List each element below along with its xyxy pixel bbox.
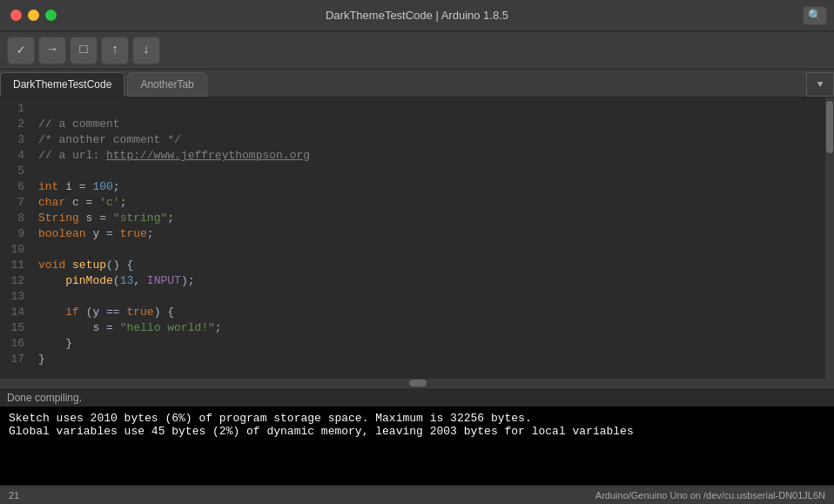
line-num: 12 <box>0 273 24 289</box>
toolbar: ✓ → □ ↑ ↓ <box>0 31 834 70</box>
h-scrollbar-thumb[interactable] <box>409 380 427 386</box>
new-button[interactable]: □ <box>70 37 98 64</box>
line-num: 15 <box>0 320 24 336</box>
code-line: } <box>38 352 818 367</box>
code-line: char c = 'c'; <box>38 195 818 211</box>
code-line: // a comment <box>38 117 818 132</box>
line-num: 4 <box>0 148 24 164</box>
tab-dropdown-button[interactable]: ▼ <box>806 72 834 97</box>
line-num: 13 <box>0 289 24 305</box>
line-num: 2 <box>0 117 24 132</box>
line-num: 10 <box>0 242 24 258</box>
code-line: /* another comment */ <box>38 132 818 148</box>
vertical-scrollbar[interactable] <box>825 97 834 379</box>
status-bar: 21 Arduino/Genuino Uno on /dev/cu.usbser… <box>0 485 834 504</box>
verify-button[interactable]: ✓ <box>7 37 35 64</box>
line-num: 5 <box>0 164 24 179</box>
title-bar: DarkThemeTestCode | Arduino 1.8.5 🔍 <box>0 0 834 31</box>
line-num: 7 <box>0 195 24 211</box>
tabs-bar: DarkThemeTestCode AnotherTab ▼ <box>0 70 834 97</box>
window-title: DarkThemeTestCode | Arduino 1.8.5 <box>326 9 508 22</box>
line-number: 21 <box>9 490 19 501</box>
line-num: 9 <box>0 226 24 242</box>
output-console: Sketch uses 2010 bytes (6%) of program s… <box>0 407 834 485</box>
close-button[interactable] <box>10 10 22 21</box>
open-button[interactable]: ↑ <box>101 37 129 64</box>
line-numbers: 1234567891011121314151617 <box>0 97 31 379</box>
search-button[interactable]: 🔍 <box>803 6 827 25</box>
minimize-button[interactable] <box>28 10 39 21</box>
editor-container: 1234567891011121314151617 // a comment/*… <box>0 97 834 485</box>
code-line <box>38 101 818 117</box>
code-line: void setup() { <box>38 258 818 273</box>
upload-button[interactable]: → <box>38 37 66 64</box>
console-line-1: Sketch uses 2010 bytes (6%) of program s… <box>9 412 825 425</box>
code-line: boolean y = true; <box>38 226 818 242</box>
line-num: 8 <box>0 211 24 226</box>
code-line: // a url: http://www.jeffreythompson.org <box>38 148 818 164</box>
window-controls <box>10 10 57 21</box>
code-line <box>38 289 818 305</box>
tab-anothertab[interactable]: AnotherTab <box>127 72 206 97</box>
code-line: String s = "string"; <box>38 211 818 226</box>
code-line: } <box>38 336 818 352</box>
scrollbar-thumb[interactable] <box>826 101 833 153</box>
line-num: 3 <box>0 132 24 148</box>
tab-darkthemetestcode[interactable]: DarkThemeTestCode <box>0 72 124 97</box>
line-num: 16 <box>0 336 24 352</box>
save-button[interactable]: ↓ <box>132 37 160 64</box>
code-line: s = "hello world!"; <box>38 320 818 336</box>
code-line <box>38 164 818 179</box>
code-line: pinMode(13, INPUT); <box>38 273 818 289</box>
line-num: 11 <box>0 258 24 273</box>
console-line-2: Global variables use 45 bytes (2%) of dy… <box>9 425 825 438</box>
code-line <box>38 242 818 258</box>
horizontal-scrollbar[interactable] <box>0 379 834 387</box>
code-line: if (y == true) { <box>38 305 818 320</box>
code-content[interactable]: // a comment/* another comment */// a ur… <box>31 97 825 379</box>
code-line: int i = 100; <box>38 179 818 195</box>
line-num: 14 <box>0 305 24 320</box>
line-num: 1 <box>0 101 24 117</box>
line-num: 17 <box>0 352 24 367</box>
line-num: 6 <box>0 179 24 195</box>
board-info: Arduino/Genuino Uno on /dev/cu.usbserial… <box>595 490 825 501</box>
maximize-button[interactable] <box>45 10 57 21</box>
compile-status: Done compiling. <box>7 392 82 404</box>
output-status-bar: Done compiling. <box>0 387 834 407</box>
code-area[interactable]: 1234567891011121314151617 // a comment/*… <box>0 97 834 379</box>
